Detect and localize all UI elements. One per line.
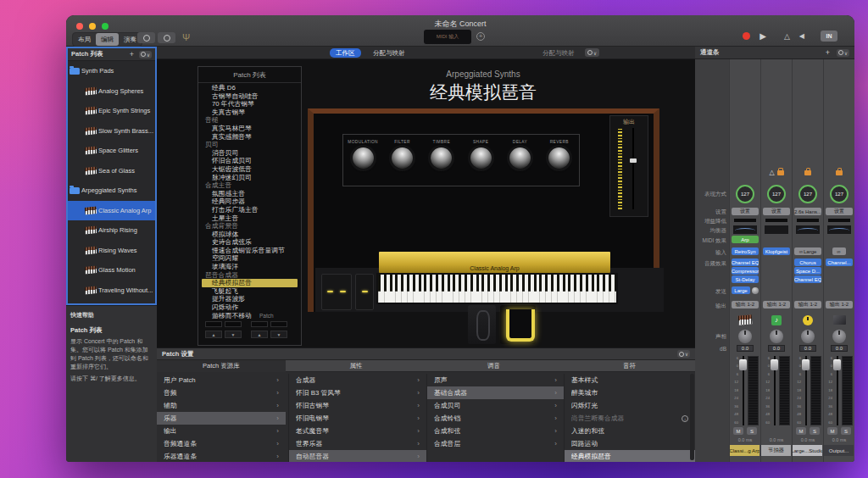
circled-plus-icon[interactable]: + bbox=[476, 32, 485, 41]
library-row[interactable]: 基础合成器 › bbox=[427, 386, 564, 399]
strips-action-menu[interactable]: ∨ bbox=[837, 49, 849, 57]
synth-knob[interactable] bbox=[470, 147, 492, 169]
patch-list-action-menu[interactable]: ∨ bbox=[139, 51, 152, 58]
library-row[interactable]: 合成铃铛 › bbox=[427, 412, 564, 425]
library-row[interactable]: 音频通道条 › bbox=[157, 437, 286, 450]
metronome-button[interactable]: △ bbox=[784, 32, 790, 41]
overlay-patch-item[interactable]: 真实马林巴琴 bbox=[202, 125, 298, 133]
add-patch-icon[interactable]: + bbox=[130, 50, 134, 58]
scrollbar[interactable] bbox=[690, 374, 694, 460]
settings-action-menu[interactable]: ∨ bbox=[677, 350, 690, 358]
audio-fx-slot[interactable]: Channel EQ bbox=[732, 258, 759, 266]
output-slot[interactable]: 输出 1-2 bbox=[794, 301, 821, 308]
tab-assignments-mappings[interactable]: 分配与映射 bbox=[373, 48, 405, 58]
strip-name[interactable]: 节拍器 bbox=[761, 445, 791, 456]
expression-knob[interactable]: 127 bbox=[736, 185, 754, 203]
volume-value[interactable]: 0.0 bbox=[831, 345, 848, 352]
overlay-patch-item[interactable]: 提升器波形 bbox=[202, 295, 298, 303]
input-slot[interactable]: RetroSyn bbox=[732, 247, 759, 255]
overlay-patch-item[interactable]: 合成背景音 bbox=[202, 222, 298, 231]
volume-value[interactable]: 0.0 bbox=[737, 345, 754, 352]
library-row[interactable]: 原声 › bbox=[427, 374, 564, 386]
volume-fader[interactable] bbox=[834, 356, 840, 425]
overlay-patch-item[interactable]: 古钢琴自动哇音 bbox=[202, 92, 298, 101]
overlay-patch-item[interactable]: 玻璃海洋 bbox=[202, 263, 298, 271]
fader-cap[interactable] bbox=[833, 359, 841, 370]
overlay-patch-item[interactable]: 失真古钢琴 bbox=[202, 108, 298, 117]
overlay-patch-item[interactable]: 经典 D6 bbox=[202, 84, 298, 92]
overlay-patch-item[interactable]: 飞艇起飞 bbox=[202, 287, 298, 296]
patch-list-item[interactable]: Epic Synth Strings bbox=[68, 101, 155, 121]
patch-list-item[interactable]: Slow Synth Brass... bbox=[68, 121, 155, 142]
library-row[interactable]: 用户 Patch › bbox=[157, 374, 286, 386]
mute-button[interactable]: M bbox=[733, 427, 743, 435]
expression-knob[interactable]: 127 bbox=[767, 185, 786, 203]
monitor-button[interactable]: ◀ bbox=[799, 32, 804, 40]
eq-thumbnail[interactable] bbox=[733, 225, 757, 234]
overlay-patch-item[interactable]: 音槌 bbox=[202, 116, 298, 125]
slider-cap[interactable] bbox=[630, 158, 637, 163]
pan-knob[interactable] bbox=[738, 330, 752, 343]
overlay-patch-item[interactable]: 闪烁动作 bbox=[202, 303, 298, 312]
tab-patch-library[interactable]: Patch 资源库 bbox=[157, 360, 286, 372]
library-row[interactable]: 自动琶音器 › bbox=[289, 450, 426, 462]
cpu-in-badge[interactable]: IN bbox=[821, 31, 837, 42]
solo-button[interactable]: S bbox=[841, 427, 851, 435]
volume-fader[interactable] bbox=[740, 356, 746, 425]
panel-toggle-button-1[interactable] bbox=[137, 32, 155, 43]
pan-knob[interactable] bbox=[770, 330, 783, 343]
strip-name[interactable]: Output... bbox=[824, 445, 854, 456]
library-row[interactable]: 闪烁灯光 ↓ bbox=[565, 399, 695, 412]
tab-tuning[interactable]: 调音 bbox=[426, 360, 561, 372]
audio-fx-slot[interactable]: Channel... bbox=[826, 258, 853, 266]
patch-list-item[interactable]: Traveling Without... bbox=[68, 281, 155, 301]
patch-list-item[interactable]: Space Glitters bbox=[68, 141, 155, 161]
workspace-action-menu[interactable]: ∨ bbox=[585, 48, 599, 57]
overlay-patch-item[interactable]: 脉冲迷幻贝司 bbox=[202, 174, 298, 182]
patch-up-button[interactable]: ▲ bbox=[251, 331, 268, 338]
audio-fx-slot[interactable]: Space D... bbox=[794, 267, 821, 275]
eq-thumbnail[interactable] bbox=[827, 225, 851, 234]
record-button[interactable] bbox=[743, 32, 750, 40]
library-row[interactable]: 乐器通道条 › bbox=[157, 450, 286, 462]
expression-knob[interactable]: 127 bbox=[798, 185, 817, 203]
overlay-patch-item[interactable]: 土星主音 bbox=[202, 214, 298, 223]
library-row[interactable]: 怀旧电钢琴 › bbox=[289, 412, 426, 425]
play-button[interactable]: ▶ bbox=[760, 32, 766, 41]
patch-list-item[interactable]: Rising Waves bbox=[68, 241, 155, 261]
fader-cap[interactable] bbox=[771, 359, 778, 370]
synth-knob[interactable] bbox=[548, 147, 570, 169]
overlay-patch-item[interactable]: 氛围感主音 bbox=[202, 190, 298, 198]
set-up-button[interactable]: ▲ bbox=[205, 331, 222, 338]
library-row[interactable]: 乐器 › bbox=[157, 412, 286, 425]
output-slot[interactable]: 输出 1-2 bbox=[763, 301, 790, 308]
library-row[interactable]: 怀旧 B3 管风琴 › bbox=[289, 386, 426, 399]
patch-list-item[interactable]: Classic Analog Arp bbox=[68, 201, 155, 221]
library-row[interactable]: 合成贝司 › bbox=[427, 399, 564, 412]
download-icon[interactable]: ↓ bbox=[682, 415, 688, 422]
overlay-patch-item[interactable]: 70 年代古钢琴 bbox=[202, 100, 298, 108]
synth-knob[interactable] bbox=[392, 147, 413, 169]
fader-cap[interactable] bbox=[802, 359, 810, 370]
patch-list-item[interactable]: Sea of Glass bbox=[68, 161, 155, 181]
library-row[interactable]: 入迷的和弦 ↓ bbox=[565, 425, 695, 437]
mute-button[interactable]: M bbox=[827, 427, 837, 435]
pan-knob[interactable] bbox=[801, 330, 815, 343]
overlay-patch-item[interactable]: 琶音合成器 bbox=[202, 271, 298, 280]
library-row[interactable]: 音频 › bbox=[157, 386, 286, 399]
setting-button[interactable]: 2.6s Hans... bbox=[794, 208, 821, 215]
setting-button[interactable]: 设置 bbox=[732, 208, 759, 215]
keyboard-keys[interactable] bbox=[376, 273, 618, 304]
audio-fx-slot[interactable]: St-Delay bbox=[732, 275, 759, 283]
library-row[interactable]: 输出 › bbox=[157, 425, 286, 437]
audio-fx-slot[interactable]: Chorus bbox=[794, 258, 821, 266]
input-slot[interactable]: ∞Large bbox=[794, 247, 821, 255]
synth-knob[interactable] bbox=[353, 147, 374, 169]
overlay-patch-item[interactable]: 经典同步器 bbox=[202, 197, 298, 206]
tab-notes[interactable]: 音符 bbox=[564, 360, 695, 372]
input-slot[interactable]: Klopfgeist bbox=[763, 247, 790, 255]
overlay-patch-item[interactable]: 慢速合成铜管乐音量调节 bbox=[202, 247, 298, 255]
library-row[interactable]: 世界乐器 › bbox=[289, 437, 426, 450]
overlay-patch-item[interactable]: 怀旧合成贝司 bbox=[202, 157, 298, 165]
overlay-patch-item[interactable]: 空间闪耀 bbox=[202, 254, 298, 263]
